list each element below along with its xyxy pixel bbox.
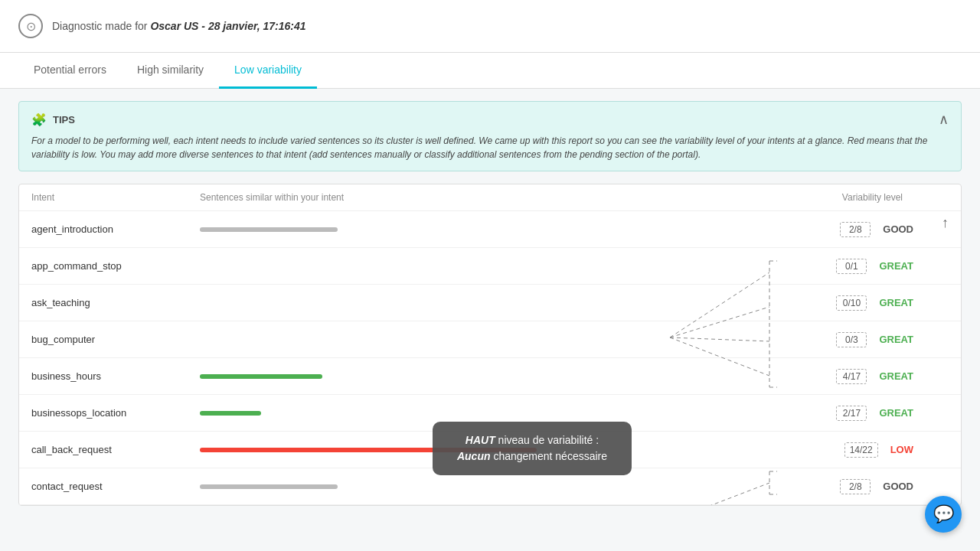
variability-label: GREAT xyxy=(879,297,913,308)
variability-label: GREAT xyxy=(879,370,913,382)
tips-label: 🧩 TIPS xyxy=(31,112,75,127)
tips-icon: 🧩 xyxy=(31,112,47,127)
header-title-label: Diagnostic made for xyxy=(52,20,150,32)
similarity-bar xyxy=(200,374,322,379)
score-box: 0/10 xyxy=(836,295,867,311)
variability-cell: 2/8 GOOD xyxy=(826,222,949,237)
variability-cell: 0/3 GREAT xyxy=(826,332,949,347)
bar-container xyxy=(200,484,826,489)
score-box: 14/22 xyxy=(844,442,878,458)
col-variability-header: Variability level xyxy=(826,192,949,203)
intent-name: agent_introduction xyxy=(31,223,200,235)
variability-label: GOOD xyxy=(883,223,913,235)
intent-name: bug_computer xyxy=(31,334,200,345)
variability-cell: 0/10 GREAT xyxy=(826,295,949,311)
variability-label: GREAT xyxy=(879,407,913,419)
similarity-bar xyxy=(200,411,261,416)
bar-cell xyxy=(200,227,826,232)
header-user-info: Oscar US - 28 janvier, 17:16:41 xyxy=(150,20,305,32)
score-box: 2/17 xyxy=(836,406,867,421)
tooltip-high-var-text2: changement nécessaire xyxy=(491,450,608,462)
score-box: 0/3 xyxy=(836,332,867,347)
tooltip-high-var-aucun: Aucun xyxy=(457,450,491,462)
table-row: app_command_stop 0/1 GREAT xyxy=(19,248,961,285)
chat-icon: 💬 xyxy=(933,504,954,506)
score-box: 2/8 xyxy=(840,479,871,494)
diagnostic-icon: ⊙ xyxy=(18,14,43,38)
table-row: agent_introduction 2/8 GOOD xyxy=(19,211,961,248)
intent-name: contact_request xyxy=(31,481,200,492)
bar-container xyxy=(200,227,826,232)
tips-collapse-button[interactable]: ∧ xyxy=(939,111,949,128)
tab-potential-errors[interactable]: Potential errors xyxy=(18,53,122,89)
tips-header: 🧩 TIPS ∧ xyxy=(31,111,949,128)
variability-cell: 14/22 LOW xyxy=(826,442,949,458)
tooltip-high-var-text1: niveau de variabilité : xyxy=(495,434,599,446)
bar-container xyxy=(200,374,826,379)
table-row: business_hours 4/17 GREAT xyxy=(19,358,961,395)
sort-arrow[interactable]: ↑ xyxy=(942,215,949,231)
bar-cell xyxy=(200,484,826,489)
variability-cell: 2/8 GOOD xyxy=(826,479,949,494)
tips-box: 🧩 TIPS ∧ For a model to be performing we… xyxy=(18,101,962,171)
tabs-bar: Potential errors High similarity Low var… xyxy=(0,53,980,89)
tooltip-high-var-label: HAUT xyxy=(466,434,495,446)
variability-cell: 0/1 GREAT xyxy=(826,259,949,274)
score-box: 0/1 xyxy=(836,259,867,274)
intent-name: business_hours xyxy=(31,370,200,382)
intent-table: Intent Sentences similar within your int… xyxy=(18,184,962,506)
table-row: ask_teaching 0/10 GREAT xyxy=(19,285,961,321)
intent-name: businessops_location xyxy=(31,407,200,419)
score-box: 2/8 xyxy=(840,222,871,237)
table-row: bug_computer 0/3 GREAT xyxy=(19,321,961,358)
tab-low-variability[interactable]: Low variability xyxy=(219,53,317,89)
score-box: 4/17 xyxy=(836,369,867,384)
variability-cell: 2/17 GREAT xyxy=(826,406,949,421)
tab-high-similarity[interactable]: High similarity xyxy=(122,53,219,89)
variability-label: GOOD xyxy=(883,481,913,492)
table-header: Intent Sentences similar within your int… xyxy=(19,184,961,211)
col-sentences-header: Sentences similar within your intent xyxy=(200,192,826,203)
intent-name: app_command_stop xyxy=(31,260,200,272)
bar-cell xyxy=(200,411,826,416)
variability-cell: 4/17 GREAT xyxy=(826,369,949,384)
intent-name: call_back_request xyxy=(31,444,200,455)
variability-label: GREAT xyxy=(879,334,913,345)
high-variability-tooltip: HAUT niveau de variabilité : Aucun chang… xyxy=(433,422,632,475)
col-intent-header: Intent xyxy=(31,192,200,203)
header-text: Diagnostic made for Oscar US - 28 janvie… xyxy=(52,20,306,32)
header-bar: ⊙ Diagnostic made for Oscar US - 28 janv… xyxy=(0,0,980,53)
intent-name: ask_teaching xyxy=(31,297,200,308)
variability-label: GREAT xyxy=(879,260,913,272)
similarity-bar xyxy=(200,484,338,489)
bar-cell xyxy=(200,374,826,379)
bar-container xyxy=(200,411,826,416)
tips-text: For a model to be performing well, each … xyxy=(31,134,949,161)
variability-label: LOW xyxy=(890,444,913,455)
similarity-bar xyxy=(200,227,338,232)
tips-title: TIPS xyxy=(53,114,75,126)
